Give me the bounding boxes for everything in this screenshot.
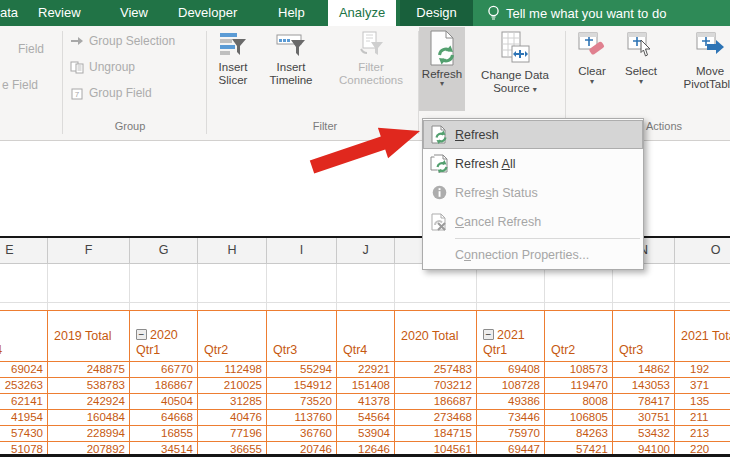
pivot-header-cell[interactable]: Qtr3: [267, 310, 337, 362]
cell[interactable]: [267, 264, 337, 303]
cell[interactable]: 8008: [545, 394, 613, 410]
cell[interactable]: [130, 303, 198, 310]
change-data-source-button[interactable]: Change Data Source ▾: [467, 28, 563, 95]
cell[interactable]: 62141: [0, 394, 48, 410]
column-header[interactable]: H: [198, 238, 267, 264]
cell[interactable]: 36760: [267, 426, 337, 442]
cell[interactable]: 253263: [0, 378, 48, 394]
pivot-header-cell[interactable]: 2019 Total: [48, 310, 130, 362]
cell[interactable]: 40504: [130, 394, 198, 410]
clear-dropdown-arrow[interactable]: ▾: [568, 78, 616, 86]
cell[interactable]: 64668: [130, 410, 198, 426]
cell[interactable]: 54564: [337, 410, 395, 426]
pivot-header-cell[interactable]: Qtr4: [0, 310, 48, 362]
cell[interactable]: [0, 264, 48, 303]
tab-developer[interactable]: Developer: [178, 0, 237, 26]
tab-design[interactable]: Design: [400, 0, 473, 26]
pivot-header-cell[interactable]: −2020 Qtr1: [130, 310, 198, 362]
cell[interactable]: 135: [675, 394, 730, 410]
cell[interactable]: 53904: [337, 426, 395, 442]
column-header[interactable]: I: [267, 238, 337, 264]
column-header[interactable]: F: [48, 238, 130, 264]
cell[interactable]: 41954: [0, 410, 48, 426]
cell[interactable]: 78417: [613, 394, 675, 410]
cell[interactable]: 192: [675, 362, 730, 378]
cell[interactable]: [337, 264, 395, 303]
tab-review[interactable]: Review: [38, 0, 81, 26]
cell[interactable]: 108573: [545, 362, 613, 378]
cell[interactable]: [613, 303, 675, 310]
cell[interactable]: 73520: [267, 394, 337, 410]
cell[interactable]: 53432: [613, 426, 675, 442]
tab-analyze-active[interactable]: Analyze: [328, 0, 396, 26]
cell[interactable]: 213: [675, 426, 730, 442]
cell[interactable]: [48, 264, 130, 303]
cell[interactable]: 40476: [198, 410, 267, 426]
cell[interactable]: 16855: [130, 426, 198, 442]
column-header[interactable]: G: [130, 238, 198, 264]
cell[interactable]: 186867: [130, 378, 198, 394]
cell[interactable]: 184715: [395, 426, 477, 442]
column-header[interactable]: J: [337, 238, 395, 264]
cell[interactable]: 14862: [613, 362, 675, 378]
group-field-button[interactable]: 7 Group Field: [70, 86, 152, 100]
cell[interactable]: [267, 303, 337, 310]
refresh-dropdown-arrow[interactable]: ▾: [419, 80, 465, 88]
insert-slicer-button[interactable]: Insert Slicer: [207, 28, 259, 87]
cell[interactable]: 73446: [477, 410, 545, 426]
tell-me-box[interactable]: Tell me what you want to do: [473, 0, 730, 26]
cell[interactable]: [395, 303, 477, 310]
cell[interactable]: 41378: [337, 394, 395, 410]
cell[interactable]: 55294: [267, 362, 337, 378]
cell[interactable]: 106805: [545, 410, 613, 426]
pivot-header-cell[interactable]: 2020 Total: [395, 310, 477, 362]
cell[interactable]: 22921: [337, 362, 395, 378]
insert-timeline-button[interactable]: Insert Timeline: [262, 28, 320, 87]
partial-efield-button[interactable]: e Field: [2, 78, 38, 92]
cell[interactable]: 31285: [198, 394, 267, 410]
cell[interactable]: [130, 264, 198, 303]
cell[interactable]: 57430: [0, 426, 48, 442]
cell[interactable]: 538783: [48, 378, 130, 394]
cell[interactable]: [198, 303, 267, 310]
cell[interactable]: 119470: [545, 378, 613, 394]
cell[interactable]: [545, 303, 613, 310]
pivot-header-cell[interactable]: Qtr3: [613, 310, 675, 362]
pivot-header-cell[interactable]: 2021 Total: [675, 310, 730, 362]
move-pivottable-button[interactable]: Move PivotTable: [680, 28, 730, 91]
menu-item-refresh[interactable]: Refresh: [423, 120, 643, 149]
tab-data-partial[interactable]: ata: [0, 0, 18, 26]
clear-button[interactable]: Clear ▾: [568, 28, 616, 86]
pivot-header-cell[interactable]: Qtr2: [198, 310, 267, 362]
ungroup-button[interactable]: Ungroup: [70, 60, 135, 74]
cell[interactable]: 84263: [545, 426, 613, 442]
refresh-button[interactable]: Refresh ▾: [419, 27, 465, 111]
cell[interactable]: [0, 303, 48, 310]
pivot-header-cell[interactable]: Qtr2: [545, 310, 613, 362]
column-header[interactable]: O: [675, 238, 730, 264]
cell[interactable]: 30751: [613, 410, 675, 426]
change-data-source-dropdown-arrow[interactable]: ▾: [533, 85, 537, 94]
cell[interactable]: [198, 264, 267, 303]
pivot-header-cell[interactable]: −2021 Qtr1: [477, 310, 545, 362]
select-button[interactable]: Select ▾: [617, 28, 665, 86]
filter-connections-button[interactable]: Filter Connections: [336, 28, 406, 87]
select-dropdown-arrow[interactable]: ▾: [617, 78, 665, 86]
cell[interactable]: 248875: [48, 362, 130, 378]
cell[interactable]: 160484: [48, 410, 130, 426]
cell[interactable]: 75970: [477, 426, 545, 442]
collapse-button[interactable]: −: [483, 329, 494, 340]
cell[interactable]: 228994: [48, 426, 130, 442]
column-header[interactable]: E: [0, 238, 48, 264]
collapse-button[interactable]: −: [136, 329, 147, 340]
partial-field-button[interactable]: Field: [18, 42, 44, 56]
pivot-header-cell[interactable]: Qtr4: [337, 310, 395, 362]
cell[interactable]: 69408: [477, 362, 545, 378]
cell[interactable]: 108728: [477, 378, 545, 394]
cell[interactable]: 66770: [130, 362, 198, 378]
cell[interactable]: 49386: [477, 394, 545, 410]
tab-view[interactable]: View: [120, 0, 148, 26]
cell[interactable]: 703212: [395, 378, 477, 394]
cell[interactable]: 69024: [0, 362, 48, 378]
cell[interactable]: 113760: [267, 410, 337, 426]
